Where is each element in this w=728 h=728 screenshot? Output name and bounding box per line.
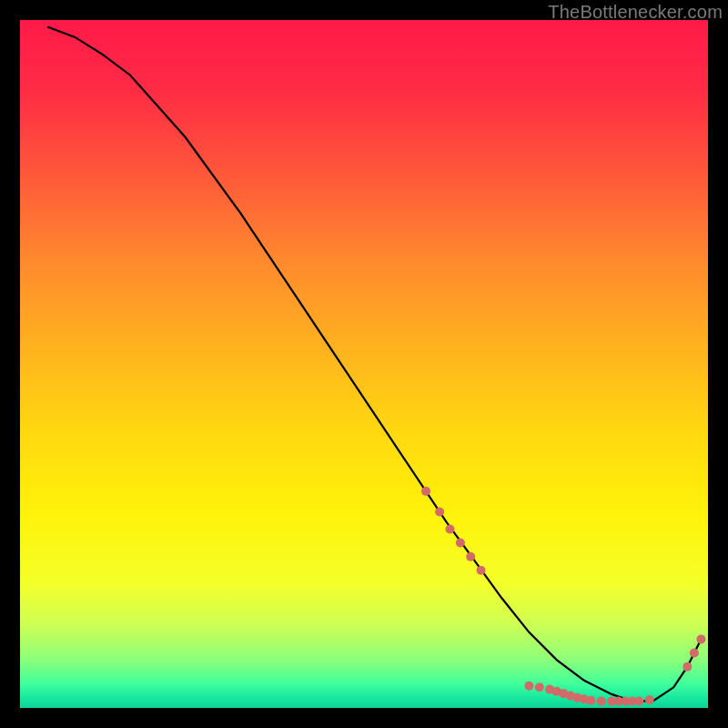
- data-marker: [597, 696, 606, 705]
- plot-area: [20, 20, 708, 708]
- data-marker: [634, 696, 643, 705]
- data-marker: [446, 524, 455, 533]
- bottleneck-curve: [47, 27, 701, 702]
- data-marker: [421, 487, 430, 496]
- data-marker: [477, 566, 486, 575]
- data-marker: [466, 552, 475, 561]
- curve-layer: [20, 20, 708, 708]
- attribution-text: TheBottlenecker.com: [548, 2, 723, 23]
- data-marker: [524, 682, 533, 691]
- data-marker: [690, 649, 699, 658]
- data-marker: [456, 539, 465, 548]
- data-marker: [645, 695, 654, 704]
- data-marker: [586, 696, 595, 705]
- data-marker: [535, 682, 544, 692]
- data-markers: [421, 487, 705, 706]
- data-marker: [682, 662, 692, 672]
- data-marker: [696, 634, 705, 643]
- data-marker: [435, 508, 444, 517]
- chart-stage: TheBottlenecker.com: [0, 0, 728, 728]
